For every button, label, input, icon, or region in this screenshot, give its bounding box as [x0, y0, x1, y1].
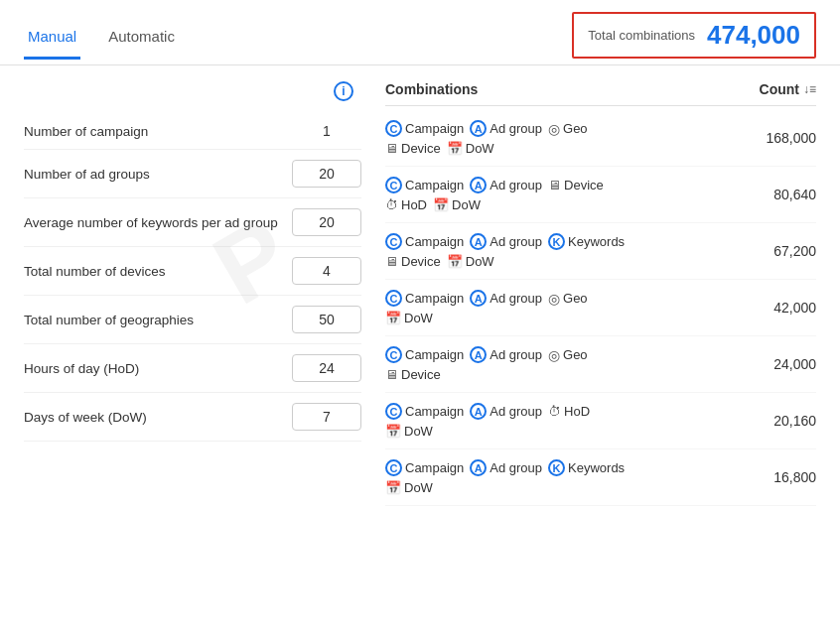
tag-6-1: A Ad group: [470, 459, 542, 476]
tag-4-2: ◎ Geo: [548, 347, 588, 363]
tag-4-1: A Ad group: [470, 346, 542, 363]
tag2-5-0: 📅 DoW: [385, 424, 433, 439]
combo-count-6: 16,800: [737, 469, 816, 485]
combo-row-3: C CampaignA Ad group◎ Geo📅 DoW42,000: [385, 280, 816, 336]
tag-5-0: C Campaign: [385, 403, 464, 420]
tag2-0-1: 📅 DoW: [447, 141, 494, 156]
tag2-4-0: 🖥 Device: [385, 367, 441, 382]
combo-tags-3: C CampaignA Ad group◎ Geo📅 DoW: [385, 290, 737, 325]
combo-count-1: 80,640: [737, 187, 816, 202]
tag-5-2: ⏱ HoD: [548, 404, 590, 419]
tag2-0-0: 🖥 Device: [385, 141, 441, 156]
combo-count-0: 168,000: [737, 130, 816, 146]
total-combinations-label: Total combinations: [588, 28, 695, 43]
field-label-1: Number of ad groups: [24, 167, 292, 182]
main-content: i Number of campaign1Number of ad groups…: [0, 65, 840, 522]
tag-0-0: C Campaign: [385, 120, 464, 137]
combo-row-5: C CampaignA Ad group⏱ HoD📅 DoW20,160: [385, 393, 816, 449]
combo-row-1: C CampaignA Ad group🖥 Device⏱ HoD📅 DoW80…: [385, 167, 816, 223]
left-panel: i Number of campaign1Number of ad groups…: [24, 81, 361, 506]
page-wrapper: P Manual Automatic Total combinations 47…: [0, 0, 840, 522]
field-label-4: Total number of geographies: [24, 313, 292, 327]
field-label-0: Number of campaign: [24, 124, 292, 139]
tab-automatic[interactable]: Automatic: [104, 18, 179, 60]
tag2-2-1: 📅 DoW: [447, 254, 494, 269]
tag-0-1: A Ad group: [470, 120, 542, 137]
combo-tags-1: C CampaignA Ad group🖥 Device⏱ HoD📅 DoW: [385, 177, 737, 212]
col-combinations-header: Combinations: [385, 81, 737, 97]
field-input-1[interactable]: [292, 160, 361, 188]
field-input-4[interactable]: [292, 306, 361, 333]
tag2-6-0: 📅 DoW: [385, 480, 433, 495]
combo-row-4: C CampaignA Ad group◎ Geo🖥 Device24,000: [385, 336, 816, 393]
field-row-5: Hours of day (HoD): [24, 344, 361, 393]
combo-count-4: 24,000: [737, 356, 816, 372]
right-panel: Combinations Count ↓≡ C CampaignA Ad gro…: [385, 81, 816, 506]
tag-0-2: ◎ Geo: [548, 121, 588, 137]
field-row-0: Number of campaign1: [24, 113, 361, 150]
combo-count-5: 20,160: [737, 413, 816, 429]
info-icon-row: i: [24, 81, 361, 101]
fields-container: Number of campaign1Number of ad groupsAv…: [24, 113, 361, 442]
table-header: Combinations Count ↓≡: [385, 81, 816, 106]
combo-row-0: C CampaignA Ad group◎ Geo🖥 Device📅 DoW16…: [385, 110, 816, 167]
field-value-0: 1: [292, 123, 361, 139]
tag2-1-1: 📅 DoW: [433, 197, 481, 212]
tabs: Manual Automatic: [24, 18, 179, 59]
tag-3-2: ◎ Geo: [548, 291, 588, 307]
tag-5-1: A Ad group: [470, 403, 542, 420]
tag-6-2: K Keywords: [548, 459, 625, 476]
info-icon[interactable]: i: [334, 81, 353, 101]
field-input-5[interactable]: [292, 354, 361, 382]
tag2-3-0: 📅 DoW: [385, 311, 433, 325]
tag-3-0: C Campaign: [385, 290, 464, 307]
tag2-2-0: 🖥 Device: [385, 254, 441, 269]
field-input-6[interactable]: [292, 403, 361, 431]
field-row-2: Average number of keywords per ad group: [24, 198, 361, 247]
field-input-2[interactable]: [292, 208, 361, 236]
total-combinations-box: Total combinations 474,000: [572, 12, 816, 59]
field-label-6: Days of week (DoW): [24, 410, 292, 425]
col-count-header: Count ↓≡: [737, 81, 816, 97]
combos-container: C CampaignA Ad group◎ Geo🖥 Device📅 DoW16…: [385, 110, 816, 506]
tag-1-2: 🖥 Device: [548, 178, 604, 192]
field-label-3: Total number of devices: [24, 264, 292, 279]
top-bar: Manual Automatic Total combinations 474,…: [0, 0, 840, 65]
tag-2-0: C Campaign: [385, 233, 464, 250]
tag-2-1: A Ad group: [470, 233, 542, 250]
combo-tags-5: C CampaignA Ad group⏱ HoD📅 DoW: [385, 403, 737, 439]
combo-tags-4: C CampaignA Ad group◎ Geo🖥 Device: [385, 346, 737, 382]
tab-manual[interactable]: Manual: [24, 18, 80, 60]
field-row-1: Number of ad groups: [24, 150, 361, 198]
tag-1-1: A Ad group: [470, 177, 542, 193]
field-row-6: Days of week (DoW): [24, 393, 361, 442]
tag-6-0: C Campaign: [385, 459, 464, 476]
combo-row-2: C CampaignA Ad groupK Keywords🖥 Device📅 …: [385, 223, 816, 280]
combo-tags-6: C CampaignA Ad groupK Keywords📅 DoW: [385, 459, 737, 495]
field-label-5: Hours of day (HoD): [24, 361, 292, 376]
tag-3-1: A Ad group: [470, 290, 542, 307]
field-input-3[interactable]: [292, 257, 361, 285]
field-row-3: Total number of devices: [24, 247, 361, 296]
field-row-4: Total number of geographies: [24, 296, 361, 344]
tag-1-0: C Campaign: [385, 177, 464, 193]
tag-4-0: C Campaign: [385, 346, 464, 363]
combo-count-2: 67,200: [737, 243, 816, 259]
combo-tags-0: C CampaignA Ad group◎ Geo🖥 Device📅 DoW: [385, 120, 737, 156]
combo-row-6: C CampaignA Ad groupK Keywords📅 DoW16,80…: [385, 449, 816, 506]
total-combinations-value: 474,000: [707, 20, 800, 51]
field-label-2: Average number of keywords per ad group: [24, 215, 292, 230]
tag2-1-0: ⏱ HoD: [385, 197, 427, 212]
combo-tags-2: C CampaignA Ad groupK Keywords🖥 Device📅 …: [385, 233, 737, 269]
combo-count-3: 42,000: [737, 300, 816, 316]
sort-icon[interactable]: ↓≡: [803, 82, 816, 96]
tag-2-2: K Keywords: [548, 233, 625, 250]
